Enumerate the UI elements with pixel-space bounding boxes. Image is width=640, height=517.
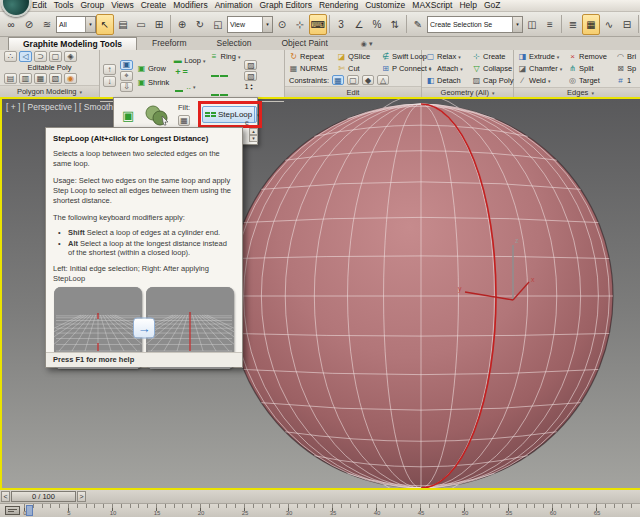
menu-tools[interactable]: Tools bbox=[54, 0, 74, 11]
repeat-button[interactable]: ↻ Repeat bbox=[289, 51, 329, 62]
tab-object-paint[interactable]: Object Paint bbox=[266, 36, 342, 50]
connect-segments-value[interactable]: # 1 bbox=[616, 75, 631, 86]
ring-button[interactable]: ≡ Ring▾ bbox=[209, 51, 240, 62]
geometry-footer[interactable]: Geometry (All)▾ bbox=[422, 87, 513, 97]
menu-modifiers[interactable]: Modifiers bbox=[173, 0, 207, 11]
extrude-button[interactable]: ◨ Extrude▾ bbox=[518, 51, 562, 62]
keyboard-override-icon[interactable]: ⌨ bbox=[309, 14, 327, 35]
menu-rendering[interactable]: Rendering bbox=[319, 0, 358, 11]
element-select-icon[interactable]: ▣ bbox=[122, 108, 134, 123]
remove-button[interactable]: × Remove bbox=[568, 51, 610, 62]
edge-mode-icon[interactable]: ◁ bbox=[19, 51, 32, 62]
chamfer-button[interactable]: ◪ Chamfer▾ bbox=[518, 63, 562, 74]
selection-filter-dropdown[interactable]: All▾ bbox=[56, 16, 96, 33]
modify-stack-icon-2[interactable]: ▥ bbox=[19, 73, 32, 84]
menu-graph-editors[interactable]: Graph Editors bbox=[259, 0, 311, 11]
menu-animation[interactable]: Animation bbox=[215, 0, 253, 11]
spinner-snap-icon[interactable]: ⇅ bbox=[386, 14, 404, 35]
shrink-button[interactable]: ▣ Shrink bbox=[137, 77, 169, 88]
chevron-down-icon[interactable]: ▾ bbox=[85, 17, 95, 32]
grow-button[interactable]: ▣ Grow bbox=[137, 63, 169, 74]
pivot-icon[interactable]: ◉ bbox=[64, 73, 77, 84]
tab-freeform[interactable]: Freeform bbox=[137, 36, 201, 50]
flyout-spinner[interactable]: ▴▾ bbox=[249, 128, 258, 142]
collapse-button[interactable]: ▽ Collapse bbox=[472, 63, 512, 74]
cut-button[interactable]: ✄ Cut bbox=[337, 63, 373, 74]
schematic-view-icon[interactable]: ⊟ bbox=[618, 14, 636, 35]
graphite-ribbon-toggle-icon[interactable]: ▦ bbox=[582, 14, 600, 35]
similar-icon[interactable]: ▧ bbox=[244, 71, 257, 81]
modify-stack-icon-1[interactable]: ▤ bbox=[4, 73, 17, 84]
chevron-down-icon[interactable]: ▾ bbox=[193, 84, 196, 90]
select-and-manipulate-icon[interactable]: ⊹ bbox=[291, 14, 309, 35]
current-frame-marker[interactable] bbox=[26, 505, 33, 516]
shrink-ring-icon[interactable]: ⇩ bbox=[120, 82, 133, 92]
cap-poly-button[interactable]: ▨ Cap Poly bbox=[472, 75, 513, 86]
menu-edit[interactable]: Edit bbox=[32, 0, 47, 11]
select-object-icon[interactable]: ↖ bbox=[96, 14, 114, 35]
chevron-down-icon[interactable]: ▾ bbox=[262, 17, 272, 32]
next-subobject-down-icon[interactable]: ↓ bbox=[103, 76, 116, 87]
grow-ring-icon[interactable] bbox=[211, 63, 229, 81]
outline-icon[interactable]: ▨ bbox=[244, 60, 257, 70]
tab-selection[interactable]: Selection bbox=[202, 36, 267, 50]
weld-button[interactable]: ∕ Weld▾ bbox=[518, 75, 562, 86]
detach-button[interactable]: ◧ Detach bbox=[426, 75, 466, 86]
border-mode-icon[interactable]: ⊃ bbox=[34, 51, 47, 62]
pin-selection-icon[interactable]: ⌖ bbox=[120, 71, 133, 81]
shrink-loop-icon[interactable]: = bbox=[183, 67, 188, 77]
menu-goz[interactable]: GoZ bbox=[484, 0, 501, 11]
menu-views[interactable]: Views bbox=[111, 0, 134, 11]
qslice-button[interactable]: ◪ QSlice bbox=[337, 51, 373, 62]
select-and-move-icon[interactable]: ⊕ bbox=[173, 14, 191, 35]
attach-button[interactable]: ◐ Attach▾ bbox=[426, 63, 466, 74]
select-by-name-icon[interactable]: ▤ bbox=[114, 14, 132, 35]
percent-snap-icon[interactable]: % bbox=[368, 14, 386, 35]
previous-frame-button[interactable]: < bbox=[1, 491, 10, 502]
ribbon-config-button[interactable]: ◉ ▾ bbox=[361, 40, 373, 50]
window-crossing-icon[interactable]: ⊞ bbox=[150, 14, 168, 35]
nurms-button[interactable]: ▦ NURMS bbox=[289, 63, 329, 74]
rectangular-selection-icon[interactable]: ▭ bbox=[132, 14, 150, 35]
select-and-rotate-icon[interactable]: ↻ bbox=[191, 14, 209, 35]
bind-to-space-warp-icon[interactable]: ≋ bbox=[38, 14, 56, 35]
modify-stack-icon-3[interactable]: ▦ bbox=[34, 73, 47, 84]
dot-gap-value[interactable]: 1 bbox=[244, 82, 248, 91]
edges-footer[interactable]: Edges▾ bbox=[514, 87, 640, 97]
grow-loop-icon[interactable]: + bbox=[175, 67, 180, 77]
time-slider-handle[interactable]: 0 / 100 bbox=[11, 491, 76, 502]
bridge-button[interactable]: ◠ Bri bbox=[616, 51, 636, 62]
select-and-scale-icon[interactable]: ◱ bbox=[209, 14, 227, 35]
create-button[interactable]: ⊹ Create bbox=[472, 51, 506, 62]
constraint-none-icon[interactable]: ▦ bbox=[332, 75, 344, 85]
mirror-icon[interactable]: ◫ bbox=[523, 14, 541, 35]
mini-curve-editor-icon[interactable] bbox=[5, 506, 20, 515]
steploop-dropdown-arrow[interactable]: ▾ bbox=[254, 107, 260, 122]
polygon-modeling-footer[interactable]: Polygon Modeling▾ bbox=[0, 85, 99, 97]
constraint-face-icon[interactable]: ◆ bbox=[362, 75, 374, 85]
snap-toggle-3d-icon[interactable]: 3 bbox=[332, 14, 350, 35]
filter-sub-icon[interactable]: ▦ bbox=[178, 115, 190, 126]
dot-loop-icon[interactable] bbox=[175, 78, 184, 96]
swift-loop-button[interactable]: ∉ Swift Loop bbox=[381, 51, 427, 62]
constraint-normal-icon[interactable]: △ bbox=[377, 75, 389, 85]
track-bar-ruler[interactable]: 05101520253035404550556065 bbox=[24, 504, 640, 517]
menu-customize[interactable]: Customize bbox=[365, 0, 405, 11]
dot-gap-spinner[interactable]: ▴ ▾ bbox=[251, 83, 253, 91]
target-weld-button[interactable]: ◎ Target bbox=[568, 75, 610, 86]
named-selection-sets-dropdown[interactable]: Create Selection Se▾ bbox=[427, 16, 523, 33]
relax-button[interactable]: ▢ Relax▾ bbox=[426, 51, 466, 62]
menu-help[interactable]: Help bbox=[459, 0, 476, 11]
unlink-selection-icon[interactable]: ⊘ bbox=[20, 14, 38, 35]
constraint-edge-icon[interactable]: ▢ bbox=[347, 75, 359, 85]
edit-named-selection-sets-icon[interactable]: ✎ bbox=[409, 14, 427, 35]
dot-loop-gap-icon[interactable]: ‥ bbox=[186, 83, 191, 91]
use-pivot-center-icon[interactable]: ⊙ bbox=[273, 14, 291, 35]
next-frame-button[interactable]: > bbox=[77, 491, 86, 502]
reference-coordinate-dropdown[interactable]: View▾ bbox=[227, 16, 273, 33]
curve-editor-icon[interactable]: ∿ bbox=[600, 14, 618, 35]
select-window-icon[interactable]: ▣ bbox=[120, 60, 133, 70]
menu-group[interactable]: Group bbox=[81, 0, 105, 11]
align-icon[interactable]: ≡ bbox=[541, 14, 559, 35]
edit-footer[interactable]: Edit bbox=[285, 86, 421, 97]
